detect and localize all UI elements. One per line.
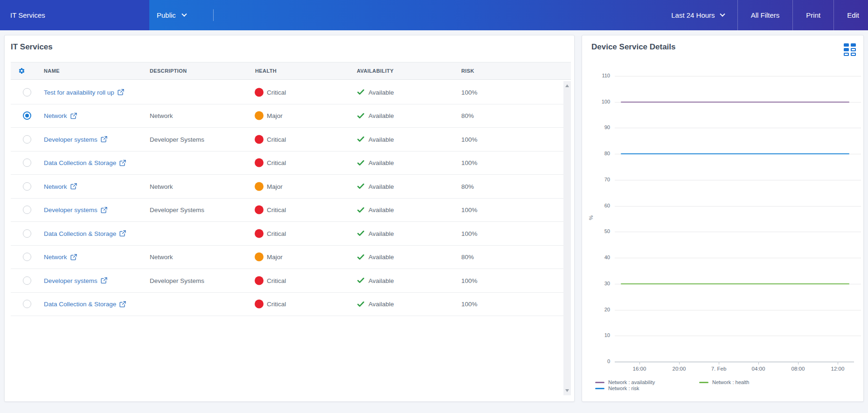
name-cell: Test for availability roll up bbox=[44, 89, 124, 96]
health-label: Critical bbox=[267, 230, 286, 237]
table-row[interactable]: Network Network Major Available 80% bbox=[11, 175, 571, 199]
service-name-link[interactable]: Test for availability roll up bbox=[44, 89, 114, 96]
health-status-dot bbox=[255, 111, 264, 120]
table-row[interactable]: Developer systems Developer Systems Crit… bbox=[11, 269, 571, 293]
row-radio-button[interactable] bbox=[23, 111, 31, 120]
health-cell: Critical bbox=[255, 229, 286, 238]
column-header-name[interactable]: NAME bbox=[44, 68, 60, 74]
column-header-description[interactable]: DESCRIPTION bbox=[150, 68, 187, 74]
time-range-selector[interactable]: Last 24 Hours bbox=[658, 0, 737, 30]
gridline bbox=[615, 206, 861, 206]
y-axis-tick-label: 30 bbox=[586, 281, 610, 286]
scroll-down-arrow-icon[interactable] bbox=[565, 389, 569, 392]
risk-value: 80% bbox=[461, 112, 474, 119]
health-label: Major bbox=[267, 254, 283, 261]
availability-cell: Available bbox=[357, 206, 394, 213]
y-axis-tick-label: 100 bbox=[586, 99, 610, 104]
print-label: Print bbox=[806, 11, 820, 19]
row-radio-button[interactable] bbox=[23, 158, 31, 167]
row-radio-button[interactable] bbox=[23, 88, 31, 96]
availability-label: Available bbox=[368, 89, 394, 96]
device-service-details-panel: Device Service Details % 110100908070605… bbox=[582, 35, 864, 402]
row-radio-button[interactable] bbox=[23, 276, 31, 285]
service-name-link[interactable]: Developer systems bbox=[44, 206, 97, 213]
external-link-icon[interactable] bbox=[119, 301, 126, 307]
availability-cell: Available bbox=[357, 254, 394, 261]
health-label: Critical bbox=[267, 89, 286, 96]
service-name-link[interactable]: Developer systems bbox=[44, 136, 97, 143]
table-row[interactable]: Test for availability roll up Critical A… bbox=[11, 81, 571, 104]
service-name-link[interactable]: Network bbox=[44, 254, 67, 261]
column-header-health[interactable]: HEALTH bbox=[255, 68, 277, 74]
service-name-link[interactable]: Network bbox=[44, 112, 67, 119]
legend-entry[interactable]: Network : health bbox=[699, 379, 749, 385]
column-header-risk[interactable]: RISK bbox=[461, 68, 474, 74]
health-label: Critical bbox=[267, 206, 286, 213]
page-title: IT Services bbox=[10, 11, 45, 19]
column-header-availability[interactable]: AVAILABILITY bbox=[357, 68, 394, 74]
external-link-icon[interactable] bbox=[101, 277, 107, 284]
table-row[interactable]: Data Collection & Storage Critical Avail… bbox=[11, 293, 571, 317]
row-radio-button[interactable] bbox=[23, 229, 31, 238]
service-name-link[interactable]: Data Collection & Storage bbox=[44, 159, 116, 166]
y-axis-tick-label: 20 bbox=[586, 307, 610, 312]
health-status-dot bbox=[255, 276, 264, 285]
availability-check-icon bbox=[357, 89, 364, 95]
external-link-icon[interactable] bbox=[119, 230, 126, 237]
table-row[interactable]: Network Network Major Available 80% bbox=[11, 246, 571, 269]
services-table-body: Test for availability roll up Critical A… bbox=[11, 81, 571, 316]
external-link-icon[interactable] bbox=[70, 254, 77, 260]
availability-label: Available bbox=[368, 206, 394, 213]
x-axis-tick bbox=[679, 362, 680, 365]
risk-value: 100% bbox=[461, 136, 478, 143]
table-row[interactable]: Data Collection & Storage Critical Avail… bbox=[11, 222, 571, 246]
table-row[interactable]: Developer systems Developer Systems Crit… bbox=[11, 199, 571, 222]
all-filters-button[interactable]: All Filters bbox=[738, 0, 793, 30]
external-link-icon[interactable] bbox=[118, 89, 124, 96]
external-link-icon[interactable] bbox=[101, 206, 107, 213]
table-settings-gear-icon[interactable] bbox=[18, 68, 25, 75]
service-name-link[interactable]: Data Collection & Storage bbox=[44, 230, 116, 237]
health-status-dot bbox=[255, 229, 264, 238]
table-row[interactable]: Developer systems Developer Systems Crit… bbox=[11, 128, 571, 151]
availability-label: Available bbox=[368, 136, 394, 143]
row-radio-button[interactable] bbox=[23, 253, 31, 261]
availability-label: Available bbox=[368, 254, 394, 261]
table-row[interactable]: Network Network Major Available 80% bbox=[11, 104, 571, 128]
table-row[interactable]: Data Collection & Storage Critical Avail… bbox=[11, 151, 571, 175]
dashboard-selector[interactable]: Public bbox=[157, 0, 186, 30]
row-radio-button[interactable] bbox=[23, 206, 31, 214]
table-scrollbar[interactable] bbox=[563, 81, 571, 395]
edit-button[interactable]: Edit bbox=[834, 0, 868, 30]
description-cell: Network bbox=[150, 112, 173, 119]
availability-cell: Available bbox=[357, 301, 394, 308]
external-link-icon[interactable] bbox=[101, 136, 107, 143]
chevron-down-icon bbox=[720, 11, 725, 16]
availability-check-icon bbox=[357, 301, 364, 307]
x-axis-tick-label: 08:00 bbox=[784, 366, 812, 372]
external-link-icon[interactable] bbox=[70, 112, 77, 119]
device-service-chart: % 110100908070605040302010016:0020:007. … bbox=[582, 35, 864, 402]
x-axis-tick bbox=[719, 362, 719, 365]
service-name-link[interactable]: Data Collection & Storage bbox=[44, 301, 116, 308]
legend-entry[interactable]: Network : availability bbox=[595, 379, 655, 385]
health-cell: Critical bbox=[255, 135, 286, 144]
print-button[interactable]: Print bbox=[793, 0, 833, 30]
row-radio-button[interactable] bbox=[23, 135, 31, 144]
y-axis-tick-label: 90 bbox=[586, 124, 610, 130]
service-name-link[interactable]: Network bbox=[44, 183, 67, 190]
row-radio-button[interactable] bbox=[23, 300, 31, 308]
y-axis-tick-label: 50 bbox=[586, 228, 610, 234]
row-radio-button[interactable] bbox=[23, 182, 31, 191]
health-status-dot bbox=[255, 206, 264, 214]
external-link-icon[interactable] bbox=[119, 159, 126, 166]
y-axis-tick-label: 80 bbox=[586, 151, 610, 156]
scroll-up-arrow-icon[interactable] bbox=[565, 84, 569, 87]
legend-entry[interactable]: Network : risk bbox=[595, 385, 639, 391]
service-name-link[interactable]: Developer systems bbox=[44, 277, 97, 284]
external-link-icon[interactable] bbox=[70, 183, 77, 190]
health-cell: Critical bbox=[255, 300, 286, 309]
description-cell: Developer Systems bbox=[150, 277, 204, 284]
health-cell: Critical bbox=[255, 206, 286, 214]
health-cell: Major bbox=[255, 182, 283, 191]
